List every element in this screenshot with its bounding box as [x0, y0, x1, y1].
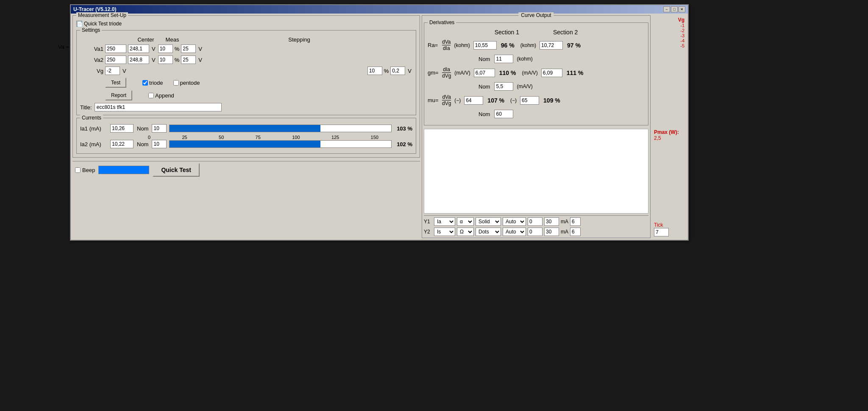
- deriv-section-headers: Section 1 Section 2: [428, 29, 645, 36]
- bottom-bar: Beep Quick Test: [72, 161, 420, 178]
- test-row: Test triode pentode: [80, 78, 412, 88]
- tick-label: Tick: [654, 222, 684, 228]
- mu-s2-value[interactable]: [520, 96, 539, 105]
- va1-center-input[interactable]: [105, 44, 126, 53]
- y1-max-input[interactable]: [544, 217, 559, 226]
- vg-n2: -2: [654, 28, 684, 33]
- far-right-sidebar: Vg -1 -2 -3 -4 -5 Pmax (W): 2,5 Tick: [652, 15, 686, 238]
- test-button[interactable]: Test: [105, 78, 126, 88]
- tick-input[interactable]: [654, 228, 669, 236]
- y1-unit: mA: [561, 219, 568, 225]
- va1-label: Va1: [80, 46, 103, 52]
- y-axis-controls: Y1 Ia α Solid Auto: [424, 215, 648, 236]
- ra-s2-value[interactable]: [540, 41, 563, 50]
- minimize-button[interactable]: −: [663, 6, 670, 12]
- ra-nom-unit: (kohm): [517, 56, 532, 62]
- va2-step-v-input[interactable]: [181, 56, 196, 64]
- y1-style-select[interactable]: Solid: [476, 217, 501, 226]
- ia1-nom-input[interactable]: [152, 124, 167, 133]
- mu-nom-value[interactable]: [494, 110, 513, 118]
- va1-meas-input[interactable]: [128, 44, 149, 53]
- ia1-progress-fill: [170, 125, 320, 132]
- append-checkbox[interactable]: [148, 93, 154, 98]
- ra-nom-row: Nom (kohm): [479, 55, 645, 63]
- ia2-value-input[interactable]: [110, 140, 134, 148]
- ra-unit: (kohm): [454, 42, 470, 48]
- pentode-label: pentode: [180, 80, 200, 86]
- ra-s2-percent: 97 %: [567, 42, 581, 49]
- mu-s1-value[interactable]: [464, 96, 483, 105]
- restore-button[interactable]: □: [671, 6, 678, 12]
- ia1-row: Ia1 (mA) Nom 103 %: [80, 124, 412, 133]
- va2-center-input[interactable]: [105, 56, 126, 64]
- y2-ch2-select[interactable]: Ω: [457, 228, 474, 236]
- y2-unit: mA: [561, 229, 568, 235]
- vg-n5: -5: [654, 43, 684, 48]
- ra-prefix: Ra=: [428, 42, 440, 48]
- ia1-percent: 103 %: [397, 125, 412, 132]
- pentode-checkbox[interactable]: [173, 80, 179, 86]
- y1-channel-select[interactable]: Ia: [434, 217, 455, 226]
- y2-scale-select[interactable]: Auto: [503, 228, 526, 236]
- settings-header: Center Meas Stepping: [106, 36, 412, 43]
- ia1-value-input[interactable]: [110, 124, 134, 133]
- va2-label: Va2: [80, 57, 103, 63]
- va1-step-pct-input[interactable]: [158, 44, 173, 53]
- ia2-nom-input[interactable]: [152, 140, 167, 148]
- gm-s2-percent: 111 %: [567, 69, 584, 76]
- report-row: Report Append: [80, 90, 412, 100]
- pmax-label: Pmax (W):: [654, 129, 684, 135]
- y1-label: Y1: [424, 219, 432, 225]
- va2-step-pct-input[interactable]: [158, 56, 173, 64]
- scale-125: 125: [331, 135, 339, 140]
- report-button[interactable]: Report: [105, 90, 132, 100]
- y1-min-input[interactable]: [528, 217, 542, 226]
- va2-meas-input[interactable]: [128, 56, 149, 64]
- y2-channel-select[interactable]: Is: [434, 228, 455, 236]
- title-input[interactable]: [95, 103, 222, 111]
- vg-step-pct-input[interactable]: [367, 67, 382, 75]
- triode-checkbox[interactable]: [142, 80, 148, 86]
- beep-checkbox[interactable]: [75, 167, 81, 173]
- y1-ch2-select[interactable]: α: [457, 217, 474, 226]
- derivatives-group: Derivatives Section 1 Section 2 Ra= dVa …: [424, 22, 648, 125]
- title-bar-buttons: − □ ✕: [663, 6, 685, 12]
- scale-75: 75: [256, 135, 261, 140]
- pmax-section: Pmax (W): 2,5: [654, 129, 684, 141]
- y2-min-input[interactable]: [528, 228, 542, 236]
- scale-50: 50: [219, 135, 224, 140]
- ra-s1-value[interactable]: [473, 41, 497, 50]
- gm-s1-percent: 110 %: [499, 69, 516, 76]
- ra-s2-unit: (kohm): [520, 42, 536, 48]
- append-checkbox-container: Append: [148, 92, 174, 99]
- quick-test-icon: 📄: [76, 21, 82, 27]
- y2-style-select[interactable]: Dots: [476, 228, 501, 236]
- app-window: U-Tracer (V5.12.0) − □ ✕ Measurement Set…: [70, 4, 689, 241]
- quick-test-button[interactable]: Quick Test: [153, 163, 200, 177]
- va1-step-v-input[interactable]: [181, 44, 196, 53]
- ra-nom-value[interactable]: [494, 55, 513, 63]
- triode-checkbox-container: triode: [142, 80, 163, 86]
- y1-num-input[interactable]: [570, 217, 581, 226]
- title-bar-text: U-Tracer (V5.12.0): [73, 6, 116, 12]
- ra-fraction-bottom: dIa: [443, 45, 450, 51]
- gm-nom-value[interactable]: [494, 82, 513, 91]
- section2-title: Section 2: [553, 29, 578, 36]
- close-button[interactable]: ✕: [679, 6, 685, 12]
- ia2-nom-label: Nom: [137, 141, 148, 147]
- y2-max-input[interactable]: [544, 228, 559, 236]
- y2-num-input[interactable]: [570, 228, 581, 236]
- vg-center-input[interactable]: [105, 67, 120, 75]
- va2-row: Va2 V % V: [80, 56, 412, 64]
- vg-row: Vg V % V: [80, 67, 412, 75]
- y1-scale-select[interactable]: Auto: [503, 217, 526, 226]
- va1-row: Va1 V % V: [80, 44, 412, 53]
- gm-s2-value[interactable]: [541, 69, 562, 77]
- va2-step-pct-unit: %: [175, 57, 180, 63]
- curve-output-group: Curve Output Derivatives Section 1 Secti…: [422, 15, 651, 238]
- vg-step-v-input[interactable]: [390, 67, 405, 75]
- ia2-percent: 102 %: [397, 141, 412, 147]
- y2-row: Y2 Is Ω Dots Auto: [424, 228, 648, 236]
- gm-s1-value[interactable]: [474, 69, 495, 77]
- ra-fraction: dVa dIa: [442, 39, 451, 51]
